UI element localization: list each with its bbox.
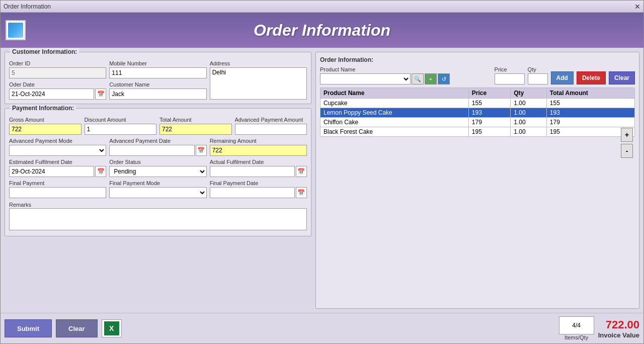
qty-group: Qty: [528, 66, 548, 84]
items-qty-container: 4/4 Items/Qty: [559, 316, 594, 340]
table-row[interactable]: Black Forest Cake 195 1.00 195: [320, 127, 635, 137]
delete-button[interactable]: Delete: [577, 71, 606, 84]
col-qty: Qty: [511, 88, 547, 99]
advanced-date-input[interactable]: [109, 145, 194, 156]
refresh-btn[interactable]: ↺: [438, 73, 450, 84]
total-amount-input[interactable]: [159, 124, 232, 135]
decrement-btn[interactable]: -: [621, 144, 633, 158]
logo-inner: [8, 23, 23, 38]
final-payment-label: Final Payment: [9, 180, 106, 186]
cell-total: 155: [546, 99, 634, 108]
final-date-cal-btn[interactable]: 📅: [296, 187, 307, 198]
header: Order Information: [1, 13, 643, 48]
cell-product: Lemon Poppy Seed Cake: [320, 108, 469, 118]
cell-qty: 1.00: [511, 99, 547, 108]
cell-qty: 1.00: [511, 108, 547, 118]
main-window: Order Information ✕ Order Information Cu…: [0, 0, 644, 344]
logo: [6, 20, 26, 40]
payment-row4: Final Payment Final Payment Mode Final P…: [9, 180, 307, 198]
cell-price: 195: [468, 127, 510, 137]
final-date-label: Final Payment Date: [210, 180, 307, 186]
clear-footer-button[interactable]: Clear: [56, 319, 98, 337]
qty-label: Qty: [528, 66, 548, 72]
qty-input[interactable]: [528, 73, 548, 84]
excel-button[interactable]: X: [102, 319, 122, 337]
items-qty-value: 4/4: [572, 322, 581, 329]
actual-date-input[interactable]: [210, 166, 295, 177]
payment-row2: Advanced Payment Mode Advanced Payment D…: [9, 138, 307, 156]
order-id-input[interactable]: [9, 67, 106, 78]
estimated-date-cal-btn[interactable]: 📅: [95, 166, 106, 177]
cell-product: Chiffon Cake: [320, 118, 469, 127]
price-input[interactable]: [495, 73, 525, 84]
right-panel: Order Information: Product Name 🔍 + ↺: [315, 52, 639, 309]
payment-section: Payment Information: Gross Amount Discou…: [5, 108, 311, 236]
right-section-title: Order Information:: [320, 56, 635, 63]
estimated-label: Estimated Fulfilment Date: [9, 159, 106, 165]
oder-date-cal-btn[interactable]: 📅: [95, 89, 106, 100]
remarks-textarea[interactable]: [9, 208, 307, 230]
table-row[interactable]: Chiffon Cake 179 1.00 179: [320, 118, 635, 127]
col-product: Product Name: [320, 88, 469, 99]
final-mode-select[interactable]: [109, 187, 206, 198]
customer-grid: Order ID Mobile Number Address Delhi Ode…: [9, 56, 307, 100]
table-row[interactable]: Lemon Poppy Seed Cake 193 1.00 193: [320, 108, 635, 118]
increment-btn[interactable]: +: [621, 128, 633, 142]
table-scroll[interactable]: Product Name Price Qty Total Amount Cupc…: [320, 88, 635, 137]
advanced-date-cal-btn[interactable]: 📅: [196, 145, 207, 156]
gross-amount-input[interactable]: [9, 124, 82, 135]
content-area: Customer Information: Order ID Mobile Nu…: [1, 48, 643, 313]
invoice-value: 722.00: [606, 318, 639, 331]
gross-amount-label: Gross Amount: [9, 117, 82, 123]
final-mode-group: Final Payment Mode: [109, 180, 206, 198]
oder-date-input[interactable]: [9, 89, 94, 100]
cell-price: 193: [468, 108, 510, 118]
estimated-date-input[interactable]: [9, 166, 94, 177]
final-date-group: Final Payment Date 📅: [210, 180, 307, 198]
title-bar-text: Order Information: [4, 3, 51, 10]
remaining-input[interactable]: [210, 145, 307, 156]
price-group: Price: [495, 66, 525, 84]
oder-date-wrap: 📅: [9, 89, 106, 100]
advanced-mode-select[interactable]: [9, 145, 106, 156]
left-panel: Customer Information: Order ID Mobile Nu…: [5, 52, 311, 309]
search-btn[interactable]: 🔍: [412, 73, 424, 84]
address-label: Address: [210, 60, 307, 66]
product-name-group: Product Name 🔍 + ↺: [320, 66, 492, 84]
table-container: Product Name Price Qty Total Amount Cupc…: [320, 88, 635, 304]
advanced-mode-group: Advanced Payment Mode: [9, 138, 106, 156]
order-id-group: Order ID: [9, 60, 106, 78]
add-icon-btn[interactable]: +: [425, 73, 437, 84]
discount-input[interactable]: [85, 124, 157, 135]
header-title: Order Information: [254, 21, 390, 40]
close-button[interactable]: ✕: [634, 3, 640, 11]
payment-row5: Remarks: [9, 201, 307, 232]
cell-qty: 1.00: [511, 118, 547, 127]
items-qty-box: 4/4: [559, 316, 594, 334]
remarks-label: Remarks: [9, 202, 31, 208]
submit-button[interactable]: Submit: [5, 319, 52, 337]
table-row[interactable]: Cupcake 155 1.00 155: [320, 99, 635, 108]
customer-section: Customer Information: Order ID Mobile Nu…: [5, 52, 311, 104]
actual-date-cal-btn[interactable]: 📅: [296, 166, 307, 177]
add-button[interactable]: Add: [551, 71, 574, 84]
invoice-label: Invoice Value: [598, 331, 639, 339]
final-payment-input[interactable]: [9, 187, 106, 198]
items-qty-label: Items/Qty: [565, 334, 588, 340]
advanced-payment-input[interactable]: [235, 124, 307, 135]
cell-total: 193: [546, 108, 634, 118]
product-select[interactable]: [320, 73, 411, 84]
cell-product: Black Forest Cake: [320, 127, 469, 137]
final-date-input[interactable]: [210, 187, 295, 198]
mobile-input[interactable]: [109, 67, 206, 78]
address-textarea[interactable]: Delhi: [210, 67, 307, 100]
clear-order-button[interactable]: Clear: [609, 71, 635, 84]
customer-name-input[interactable]: [109, 89, 206, 100]
excel-icon: X: [104, 321, 119, 335]
cell-total: 179: [546, 118, 634, 127]
title-bar: Order Information ✕: [1, 1, 643, 13]
cell-qty: 1.00: [511, 127, 547, 137]
order-status-select[interactable]: Pending Completed Cancelled: [109, 166, 206, 177]
final-payment-group: Final Payment: [9, 180, 106, 198]
order-table: Product Name Price Qty Total Amount Cupc…: [320, 88, 635, 137]
